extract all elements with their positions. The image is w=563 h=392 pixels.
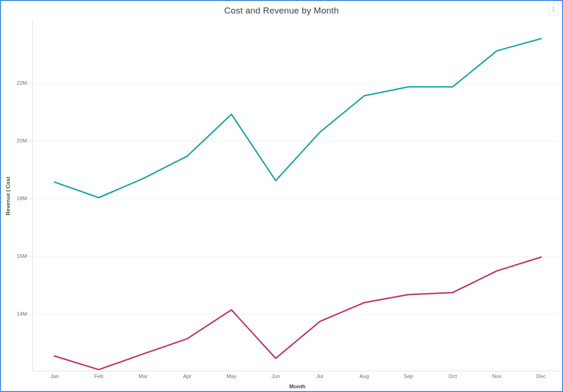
x-tick-label-mar: Mar xyxy=(127,373,159,379)
line-chart-plot-area[interactable] xyxy=(1,1,563,392)
x-tick-label-nov: Nov xyxy=(481,373,513,379)
x-tick-label-jan: Jan xyxy=(38,373,71,379)
x-tick-label-feb: Feb xyxy=(82,373,115,379)
y-tick-label-22M: 22M xyxy=(1,80,27,86)
x-tick-label-sep: Sep xyxy=(392,373,425,379)
series-line-revenue[interactable] xyxy=(55,39,541,198)
x-tick-label-apr: Apr xyxy=(171,373,204,379)
x-tick-label-jul: Jul xyxy=(303,373,336,379)
y-tick-label-20M: 20M xyxy=(1,138,27,143)
x-tick-label-dec: Dec xyxy=(525,373,557,379)
x-tick-label-may: May xyxy=(215,373,248,379)
y-axis-title: Revenue | Cost xyxy=(5,176,11,215)
x-tick-label-jun: Jun xyxy=(260,373,292,379)
visual-frame: Cost and Revenue by Month ⋮ 14M16M18M20M… xyxy=(0,0,563,392)
x-axis-title: Month xyxy=(289,384,305,389)
x-tick-label-aug: Aug xyxy=(348,373,380,379)
y-tick-label-16M: 16M xyxy=(1,253,27,259)
x-tick-label-oct: Oct xyxy=(436,373,469,379)
y-tick-label-14M: 14M xyxy=(1,311,27,317)
series-line-cost[interactable] xyxy=(55,257,541,370)
